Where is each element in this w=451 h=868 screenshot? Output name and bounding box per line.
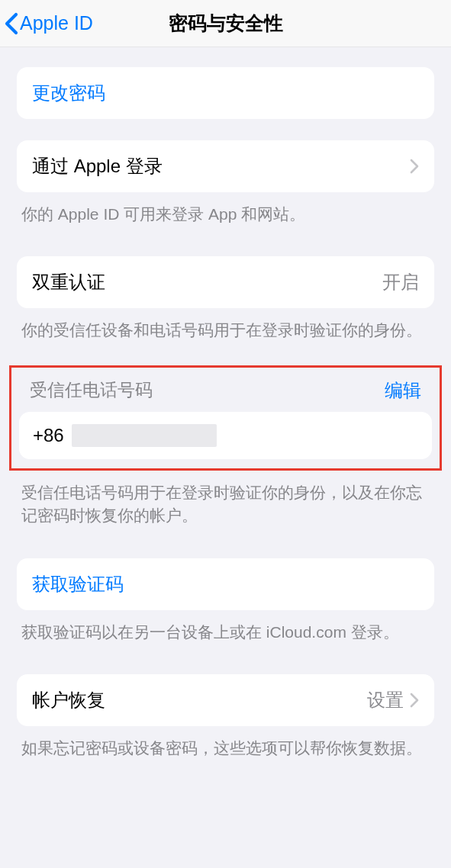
group-account-recovery: 帐户恢复 设置 如果忘记密码或设备密码，这些选项可以帮你恢复数据。 <box>0 674 451 760</box>
trusted-phone-header: 受信任电话号码 编辑 <box>18 372 433 412</box>
change-password-row[interactable]: 更改密码 <box>17 67 434 119</box>
get-code-label: 获取验证码 <box>32 572 419 596</box>
two-factor-footer: 你的受信任设备和电话号码用于在登录时验证你的身份。 <box>17 319 434 342</box>
back-button[interactable]: Apple ID <box>0 12 99 35</box>
two-factor-value: 开启 <box>382 270 419 294</box>
group-two-factor: 双重认证 开启 你的受信任设备和电话号码用于在登录时验证你的身份。 <box>0 256 451 342</box>
trusted-phone-footer: 受信任电话号码用于在登录时验证你的身份，以及在你忘记密码时恢复你的帐户。 <box>17 481 434 528</box>
trusted-phone-edit-button[interactable]: 编辑 <box>385 378 421 403</box>
trusted-phone-row[interactable]: +86 <box>19 412 432 459</box>
chevron-left-icon <box>5 12 18 35</box>
page-content: 更改密码 通过 Apple 登录 你的 Apple ID 可用来登录 App 和… <box>0 67 451 791</box>
group-trusted-phone-footer: 受信任电话号码用于在登录时验证你的身份，以及在你忘记密码时恢复你的帐户。 <box>0 481 451 528</box>
get-code-footer: 获取验证码以在另一台设备上或在 iCloud.com 登录。 <box>17 621 434 644</box>
navbar: Apple ID 密码与安全性 <box>0 0 451 47</box>
change-password-label: 更改密码 <box>32 81 419 105</box>
sign-in-with-apple-label: 通过 Apple 登录 <box>32 154 410 178</box>
back-label: Apple ID <box>20 12 93 34</box>
get-code-row[interactable]: 获取验证码 <box>17 558 434 610</box>
trusted-phone-country: +86 <box>33 425 64 446</box>
sign-in-with-apple-row[interactable]: 通过 Apple 登录 <box>17 140 434 192</box>
group-change-password: 更改密码 <box>0 67 451 119</box>
group-get-code: 获取验证码 获取验证码以在另一台设备上或在 iCloud.com 登录。 <box>0 558 451 644</box>
group-sign-in-apple: 通过 Apple 登录 你的 Apple ID 可用来登录 App 和网站。 <box>0 140 451 226</box>
trusted-phone-number-redacted <box>72 424 217 447</box>
two-factor-row[interactable]: 双重认证 开启 <box>17 256 434 308</box>
account-recovery-label: 帐户恢复 <box>32 688 367 712</box>
account-recovery-value: 设置 <box>367 688 404 712</box>
sign-in-with-apple-footer: 你的 Apple ID 可用来登录 App 和网站。 <box>17 203 434 226</box>
trusted-phone-title: 受信任电话号码 <box>30 378 153 402</box>
account-recovery-row[interactable]: 帐户恢复 设置 <box>17 674 434 726</box>
two-factor-label: 双重认证 <box>32 270 382 294</box>
chevron-right-icon <box>410 159 419 174</box>
trusted-phone-highlight: 受信任电话号码 编辑 +86 <box>9 365 442 471</box>
account-recovery-footer: 如果忘记密码或设备密码，这些选项可以帮你恢复数据。 <box>17 737 434 760</box>
chevron-right-icon <box>410 693 419 708</box>
